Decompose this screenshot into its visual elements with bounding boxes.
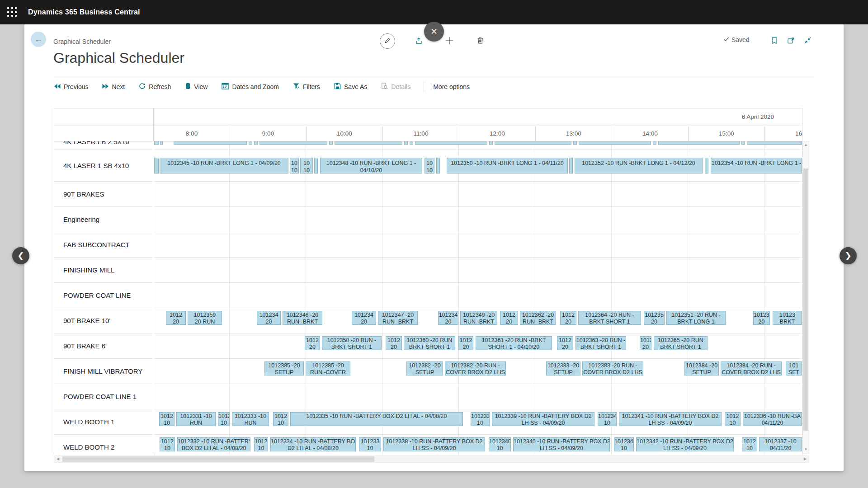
task-bar[interactable]: 101220: [560, 311, 576, 325]
task-bar[interactable]: 101220: [500, 311, 518, 325]
task-bar[interactable]: 1012347 -20RUN -BRKT: [378, 311, 418, 325]
task-bar[interactable]: [436, 158, 440, 174]
task-bar[interactable]: 101234210: [614, 437, 634, 451]
task-bar[interactable]: BRKT LONG 1 -: [747, 141, 802, 145]
task-bar[interactable]: 10123310: [471, 412, 490, 426]
refresh-button[interactable]: Refresh: [138, 81, 172, 93]
task-bar[interactable]: 10123310: [359, 437, 381, 451]
task-bar[interactable]: [653, 141, 656, 145]
task-bar[interactable]: [160, 141, 163, 145]
task-bar[interactable]: [489, 141, 493, 145]
task-bar[interactable]: 101210: [159, 412, 175, 426]
task-bar[interactable]: 101210: [218, 412, 230, 426]
task-bar[interactable]: 1012348 -10 RUN -BRKT LONG 1 -04/10/20: [320, 158, 422, 174]
save-as-button[interactable]: Save As: [333, 81, 368, 93]
task-bar[interactable]: 1012341 -10 RUN -BATTERY BOX D2LH SS - 0…: [619, 412, 722, 426]
task-bar[interactable]: 1012337 -1004/11/20: [759, 437, 802, 451]
task-bar[interactable]: [569, 158, 573, 174]
task-bar[interactable]: [741, 141, 745, 145]
add-button[interactable]: [442, 33, 457, 49]
view-button[interactable]: View: [184, 81, 208, 93]
task-bar[interactable]: 101234010: [489, 437, 511, 451]
task-bar[interactable]: 101220: [166, 311, 186, 325]
task-bar[interactable]: 1012335 -10 RUN -BATTERY BOX D2 LH AL - …: [290, 412, 463, 426]
task-bar[interactable]: [705, 158, 708, 174]
task-bar[interactable]: 1012336 -10 RUN -BA04/11/20: [743, 412, 802, 426]
task-bar[interactable]: 101210: [742, 437, 757, 451]
scroll-down-arrow[interactable]: ▼: [803, 446, 809, 453]
scroll-right-arrow[interactable]: ▶: [802, 456, 809, 462]
task-bar[interactable]: 10123410: [598, 412, 617, 426]
task-bar[interactable]: 1012363 -20 RUN -BRKT SHORT 1: [576, 336, 626, 350]
task-bar[interactable]: [573, 141, 577, 145]
task-bar[interactable]: 101210: [725, 412, 741, 426]
task-bar[interactable]: 1012352 -10 RUN -BRKT LONG 1 - 04/12/20: [575, 158, 703, 174]
task-bar[interactable]: 1012345 -10 RUN -BRKT LONG 1 - 04/09/20: [160, 158, 288, 174]
details-button[interactable]: Details: [380, 81, 411, 93]
collapse-button[interactable]: [800, 33, 815, 49]
task-bar[interactable]: 1012385 -20RUN -COVER: [306, 361, 350, 375]
task-bar[interactable]: [154, 158, 159, 174]
app-launcher-icon[interactable]: [6, 6, 18, 18]
task-bar[interactable]: 101210: [254, 437, 268, 451]
task-bar[interactable]: 101220: [640, 336, 651, 350]
task-bar[interactable]: 10123420: [352, 311, 376, 325]
filters-button[interactable]: Filters: [292, 81, 321, 93]
task-bar[interactable]: 1010: [300, 158, 313, 174]
task-bar[interactable]: 1012383 -20SETUP: [546, 361, 580, 375]
task-bar[interactable]: 1012342 -10 RUN -BATTERY BOX D2LH SS - 0…: [636, 437, 734, 451]
edit-button[interactable]: [380, 33, 395, 49]
task-bar[interactable]: 1012331 -10RUN: [176, 412, 216, 426]
task-bar[interactable]: 1012339 -10 RUN -BATTERY BOX D2LH SS - 0…: [492, 412, 594, 426]
task-bar[interactable]: 101SET: [786, 361, 802, 375]
task-bar[interactable]: 1012350 -10 RUN -BRKT LONG 1 - 04/11/20: [447, 158, 568, 174]
task-bar[interactable]: 1012382 -20 RUN -COVER BROX D2 LHS: [445, 361, 506, 375]
horizontal-scrollbar[interactable]: ◀ ▶: [54, 455, 809, 463]
task-bar[interactable]: 1 - 04/08/20: [174, 141, 247, 145]
task-bar[interactable]: 1012384 -20 RUN -COVER BROX D2 LHS: [721, 361, 782, 375]
task-bar[interactable]: [329, 141, 333, 145]
task-bar[interactable]: 1012384 -20SETUP: [684, 361, 719, 375]
task-bar[interactable]: 1012383 -20 RUN -COVER BROX D2 LHS: [582, 361, 643, 375]
task-bar[interactable]: 101210: [273, 412, 288, 426]
task-bar[interactable]: - 04/10/20: [495, 141, 571, 145]
next-button[interactable]: Next: [101, 81, 126, 92]
more-options-button[interactable]: More options: [432, 81, 471, 92]
task-bar[interactable]: 101220: [458, 336, 473, 350]
delete-button[interactable]: [472, 33, 488, 49]
share-button[interactable]: [411, 33, 427, 49]
task-bar[interactable]: 1012364 -20 RUN -BRKT SHORT 1: [578, 311, 641, 325]
task-bar[interactable]: 1010: [425, 158, 434, 174]
task-bar[interactable]: 1012362 -20RUN -BRKT: [520, 311, 556, 325]
task-bar[interactable]: 1012338 -10 RUN -BATTERY BOX D2LH SS - 0…: [383, 437, 485, 451]
task-bar[interactable]: 1012340 -10 RUN -BATTERY BOX D2LH SS - 0…: [513, 437, 610, 451]
task-bar[interactable]: [154, 141, 159, 145]
task-bar[interactable]: [314, 158, 318, 174]
task-bar[interactable]: 1012333 -10RUN: [232, 412, 269, 426]
back-button[interactable]: ←: [31, 32, 46, 47]
task-bar[interactable]: 1012365 -20 RUNBRKT SHORT 1: [654, 336, 708, 350]
task-bar[interactable]: [249, 141, 252, 145]
task-bar[interactable]: 101220: [386, 336, 402, 350]
task-bar[interactable]: [254, 141, 258, 145]
task-bar[interactable]: 101235920 RUN: [188, 311, 222, 325]
vertical-scroll-thumb[interactable]: [803, 169, 808, 431]
scroll-left-arrow[interactable]: ◀: [54, 456, 61, 462]
task-bar[interactable]: 10123420: [438, 311, 458, 325]
task-bar[interactable]: 10123420: [257, 311, 281, 325]
task-bar[interactable]: 1012360 -20 RUNBRKT SHORT 1: [404, 336, 455, 350]
task-bar[interactable]: 10123BRKT: [773, 311, 802, 325]
page-previous-button[interactable]: ❮: [12, 247, 29, 264]
task-bar[interactable]: 101220: [557, 336, 573, 350]
task-bar[interactable]: 1012385 -20SETUP: [264, 361, 304, 375]
horizontal-scroll-thumb[interactable]: [62, 456, 374, 462]
task-bar[interactable]: LONG-1 04/10/20: [658, 141, 740, 145]
task-bar[interactable]: 10123520: [644, 311, 665, 325]
task-bar[interactable]: 04/09/20: [259, 141, 327, 145]
task-bar[interactable]: [410, 141, 413, 145]
task-bar[interactable]: 1012349 -20RUN -BRKT: [460, 311, 497, 325]
task-bar[interactable]: 101220: [305, 336, 320, 350]
task-bar[interactable]: [579, 141, 651, 145]
task-bar[interactable]: 1012358 -20 RUN -BRKT SHORT 1: [322, 336, 382, 350]
task-bar[interactable]: [404, 141, 408, 145]
